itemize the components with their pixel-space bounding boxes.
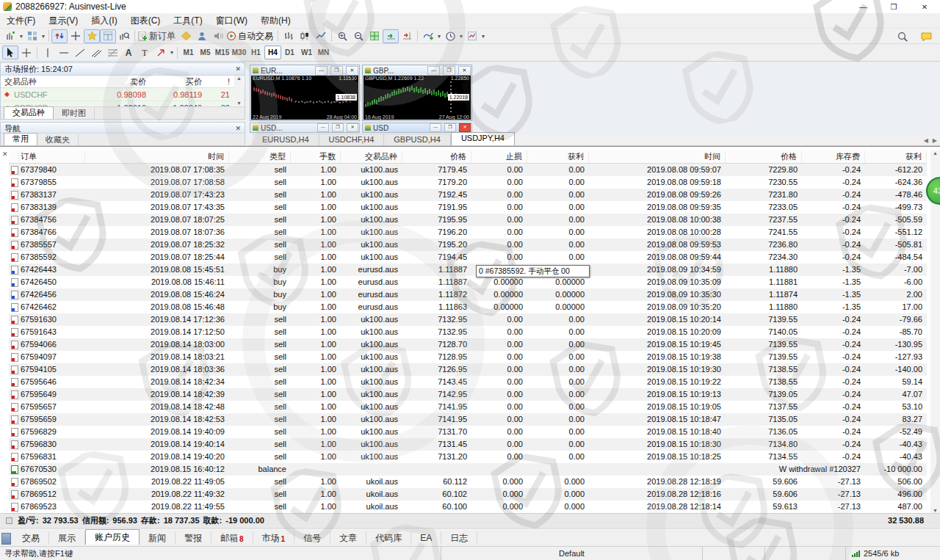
menu-item[interactable]: 窗口(W) [209, 13, 254, 29]
market-watch-scrollbar[interactable]: ▲▼ [234, 76, 244, 106]
data-window-toggle[interactable] [68, 29, 84, 43]
chart-window-titlebar[interactable]: GBP... — ❐ ✕ [363, 65, 471, 76]
navigator-close-icon[interactable]: ✕ [235, 125, 241, 132]
col-close-price[interactable]: 价格 [726, 150, 802, 163]
chart-tab[interactable]: USDCHF,H4 [319, 134, 385, 145]
period-button[interactable]: H1 [247, 46, 264, 59]
periods-caret-icon[interactable]: ▼ [458, 34, 464, 39]
candlestick-chart-button[interactable] [297, 29, 313, 43]
maximize-window-icon[interactable]: ❐ [878, 0, 909, 13]
terminal-tab[interactable]: 警报 [176, 531, 212, 545]
mw-col-ask[interactable]: 买价 [146, 76, 202, 87]
mw-col-spread[interactable]: ! [202, 77, 232, 86]
strategy-tester-toggle[interactable] [116, 29, 132, 43]
history-row[interactable]: 67595649 2019.08.14 18:42:39 sell 1.00 u… [9, 388, 927, 401]
period-button[interactable]: W1 [298, 46, 315, 59]
history-row[interactable]: 67383137 2019.08.07 17:43:23 sell 1.00 u… [9, 189, 927, 201]
mw-col-bid[interactable]: 卖价 [87, 76, 146, 87]
templates-button[interactable] [464, 29, 480, 43]
market-watch-toggle[interactable] [51, 29, 68, 43]
navigator-tab[interactable]: 常用 [4, 133, 37, 145]
terminal-scrollbar[interactable]: ▲▼ [930, 150, 940, 513]
period-button[interactable]: D1 [281, 46, 298, 59]
zoom-in-button[interactable] [334, 29, 350, 43]
profiles-caret-icon[interactable]: ▼ [40, 34, 46, 39]
chart-close-icon[interactable]: ✕ [347, 123, 358, 132]
indicators-caret-icon[interactable]: ▼ [436, 34, 442, 39]
history-row[interactable]: 67595657 2019.08.14 18:42:48 sell 1.00 u… [9, 401, 927, 413]
history-row[interactable]: 67596831 2019.08.14 19:40:20 sell 1.00 u… [9, 451, 927, 463]
terminal-tab[interactable]: 邮箱 8 [212, 531, 253, 545]
chart-close-icon[interactable]: ✕ [459, 123, 471, 132]
chart-restore-icon[interactable]: ❐ [444, 123, 456, 132]
history-row[interactable]: 67595659 2019.08.14 18:42:53 sell 1.00 u… [9, 413, 927, 426]
navigator-toggle[interactable] [84, 29, 100, 43]
history-row[interactable]: 67869502 2019.08.22 11:49:05 sell 1.00 u… [9, 476, 927, 488]
history-row[interactable]: 67426462 2019.08.08 15:46:48 buy 1.00 eu… [9, 301, 927, 313]
autoscroll-toggle[interactable] [383, 29, 399, 43]
fibonacci-tool-button[interactable] [104, 46, 120, 59]
col-open-time[interactable]: 时间 [85, 150, 229, 163]
templates-caret-icon[interactable]: ▼ [480, 34, 486, 39]
chart-canvas[interactable]: EURUSD,M 1.10876 1.101.11530 1.10838 22 … [251, 76, 358, 120]
scroll-down-icon[interactable]: ▼ [236, 101, 242, 106]
channel-tool-button[interactable] [88, 46, 104, 59]
autotrading-button[interactable]: 自动交易 [226, 29, 275, 43]
history-row[interactable]: 67596829 2019.08.14 19:40:09 sell 1.00 u… [9, 426, 927, 438]
menu-item[interactable]: 文件(F) [0, 13, 42, 29]
market-watch-close-icon[interactable]: ✕ [235, 65, 241, 73]
terminal-tab[interactable]: 文章 [330, 531, 366, 545]
zoom-out-button[interactable] [350, 29, 366, 43]
col-type[interactable]: 类型 [229, 150, 291, 163]
history-row[interactable]: 67379855 2019.08.07 17:08:58 sell 1.00 u… [9, 176, 927, 189]
arrows-tool-button[interactable] [153, 46, 169, 59]
scroll-up-icon[interactable]: ▲ [236, 76, 242, 81]
menu-item[interactable]: 显示(V) [42, 13, 84, 29]
tile-windows-button[interactable] [366, 29, 383, 43]
period-button[interactable]: M30 [231, 46, 247, 59]
col-close-time[interactable]: 时间 [589, 150, 726, 163]
text-label-tool-button[interactable]: T [137, 46, 153, 59]
history-row[interactable]: 67385557 2019.08.07 18:25:32 sell 1.00 u… [9, 239, 927, 251]
terminal-tab[interactable]: 展示 [49, 531, 85, 545]
search-icon[interactable] [894, 30, 911, 44]
trendline-tool-button[interactable] [72, 46, 88, 59]
sound-button[interactable] [210, 29, 226, 43]
history-row[interactable]: 67383139 2019.08.07 17:43:35 sell 1.00 u… [9, 201, 927, 214]
history-row[interactable]: 67591643 2019.08.14 17:12:50 sell 1.00 u… [9, 326, 927, 338]
period-button[interactable]: MN [315, 46, 332, 59]
period-button[interactable]: M5 [197, 46, 214, 59]
history-row[interactable]: 67869523 2019.08.22 11:49:55 sell 1.00 u… [9, 501, 927, 513]
minimize-window-icon[interactable]: — [847, 0, 878, 13]
horizontal-line-tool-button[interactable] [56, 46, 72, 59]
minimized-chart-usdchf[interactable]: USD... — ❐ ✕ [250, 123, 360, 133]
col-lots[interactable]: 手数 [291, 150, 341, 163]
col-symbol[interactable]: 交易品种 [341, 150, 402, 163]
chart-restore-icon[interactable]: ❐ [443, 66, 455, 76]
terminal-tab[interactable]: 账户历史 [85, 529, 140, 545]
chart-close-icon[interactable]: ✕ [458, 66, 471, 76]
chart-canvas[interactable]: GBPUSD,M 1.22609 1.221.22850 1.22019 16 … [364, 76, 471, 120]
terminal-close-icon[interactable]: ✕ [2, 150, 8, 158]
terminal-tab[interactable]: 交易 [13, 531, 49, 545]
market-watch-tab[interactable]: 即时图 [54, 108, 95, 119]
crosshair-tool-button[interactable] [18, 46, 35, 59]
chart-minimize-icon[interactable]: — [430, 123, 441, 132]
history-row[interactable]: 67594066 2019.08.14 18:03:00 sell 1.00 u… [9, 338, 927, 351]
history-row[interactable]: 67384766 2019.08.07 18:07:36 sell 1.00 u… [9, 226, 927, 239]
history-row[interactable]: 67594105 2019.08.14 18:03:36 sell 1.00 u… [9, 363, 927, 376]
close-window-icon[interactable]: ✕ [909, 0, 940, 13]
line-chart-button[interactable] [313, 29, 329, 43]
period-button[interactable]: H4 [264, 46, 281, 59]
chat-icon[interactable] [918, 30, 934, 44]
terminal-tab[interactable]: EA [411, 531, 441, 545]
chart-minimize-icon[interactable]: — [317, 123, 329, 132]
arrows-tool-caret-icon[interactable]: ▼ [169, 50, 175, 55]
menu-item[interactable]: 帮助(H) [254, 13, 297, 29]
history-row[interactable]: 67596830 2019.08.14 19:40:14 sell 1.00 u… [9, 438, 927, 451]
market-watch-row[interactable]: ◆USDCHF 0.98098 0.98119 21 [1, 88, 245, 101]
status-profile[interactable]: Default [441, 547, 702, 560]
mw-col-symbol[interactable]: 交易品种 [1, 76, 87, 87]
history-row[interactable]: 67426456 2019.08.08 15:46:24 buy 1.00 eu… [9, 288, 927, 301]
history-row[interactable]: 67384756 2019.08.07 18:07:25 sell 1.00 u… [9, 214, 927, 226]
